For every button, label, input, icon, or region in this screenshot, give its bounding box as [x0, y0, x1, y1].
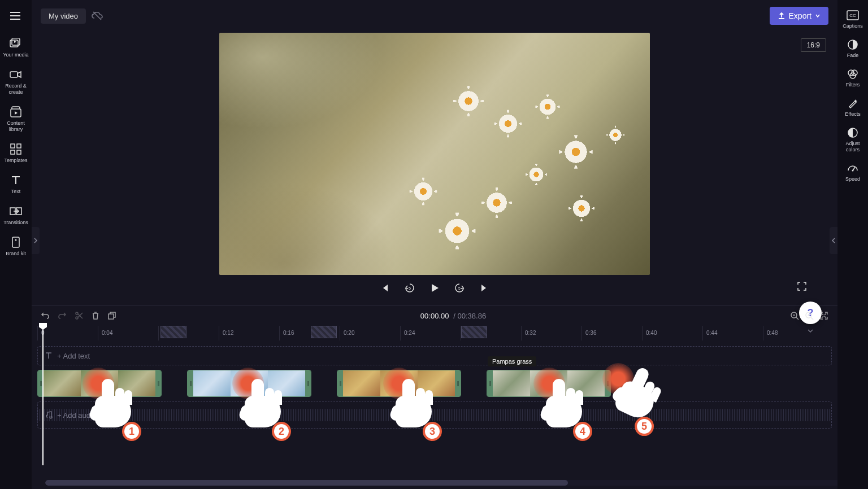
sidebar-item-label: Content library [2, 120, 30, 133]
ruler-tick: 0:20 [340, 326, 354, 340]
add-text-placeholder[interactable]: + Add text [37, 346, 832, 365]
sidebar-item-effects[interactable]: Effects [839, 94, 867, 121]
timeline-timecode: 00:00.00 / 00:38.86 [124, 312, 782, 320]
timeline-toolbar: 00:00.00 / 00:38.86 [32, 305, 837, 326]
sidebar-item-brand-kit[interactable]: Brand kit [2, 233, 30, 260]
transitions-icon [10, 205, 22, 217]
sidebar-item-your-media[interactable]: Your media [2, 34, 30, 62]
right-sidebar: CC Captions Fade Filters Effects Adjust … [837, 0, 868, 489]
gap-marker [311, 326, 337, 338]
svg-rect-12 [12, 237, 19, 247]
clip-tooltip: Pampas grass [488, 356, 536, 366]
menu-button[interactable] [8, 8, 24, 24]
video-preview[interactable] [219, 33, 650, 275]
total-duration: 00:38.86 [458, 312, 487, 320]
ruler-tick: 0:16 [279, 326, 294, 340]
gap-marker [461, 326, 487, 338]
zoom-out-button[interactable] [790, 311, 799, 320]
timeline-panel: 00:00.00 / 00:38.86 0 0:04 0:08 0:12 0:1… [32, 305, 837, 489]
export-label: Export [789, 11, 811, 20]
sidebar-item-content-library[interactable]: Content library [2, 102, 30, 136]
ruler-tick: 0:48 [763, 326, 778, 340]
export-button[interactable]: Export [770, 7, 828, 25]
text-icon [10, 174, 22, 186]
svg-point-36 [852, 170, 854, 172]
sidebar-item-filters[interactable]: Filters [839, 64, 867, 91]
delete-button[interactable] [92, 311, 99, 320]
split-button[interactable] [75, 311, 84, 320]
ruler-tick: 0:44 [702, 326, 717, 340]
svg-marker-16 [432, 284, 439, 292]
svg-point-18 [76, 317, 78, 319]
redo-button[interactable] [58, 311, 67, 320]
forward-5-button[interactable]: 5 [453, 282, 466, 294]
timeline-ruler[interactable]: 0 0:04 0:08 0:12 0:16 0:20 0:24 0:28 0:3… [37, 326, 832, 340]
sidebar-item-label: Your media [3, 52, 28, 58]
zoom-in-button[interactable] [805, 311, 814, 320]
fit-timeline-button[interactable] [819, 311, 828, 320]
right-panel-expand[interactable] [830, 227, 837, 254]
sidebar-item-text[interactable]: Text [2, 171, 30, 198]
sidebar-item-label: Text [11, 189, 21, 195]
video-track[interactable]: Pampas grass [37, 370, 832, 397]
ruler-tick: 0:04 [98, 326, 112, 340]
left-sidebar: Your media Record & create Content libra… [0, 0, 32, 489]
svg-point-13 [15, 239, 17, 241]
audio-track[interactable]: + Add audio [37, 401, 832, 429]
sidebar-item-label: Adjust colors [839, 141, 867, 153]
svg-rect-3 [10, 72, 18, 77]
sidebar-item-fade[interactable]: Fade [839, 35, 867, 62]
svg-line-27 [811, 317, 813, 320]
aspect-ratio-button[interactable]: 16:9 [801, 38, 826, 52]
sidebar-item-captions[interactable]: CC Captions [839, 6, 867, 33]
playhead[interactable] [42, 323, 44, 465]
clip-3[interactable] [337, 370, 461, 397]
upload-icon [778, 12, 785, 20]
ruler-tick: 0:36 [581, 326, 596, 340]
undo-button[interactable] [41, 311, 50, 320]
audio-waveform [37, 409, 832, 421]
sidebar-item-label: Record & create [2, 83, 30, 95]
camcorder-icon [10, 68, 22, 81]
transport-controls: 5 5 [379, 282, 491, 294]
timeline-zoom-controls [790, 311, 828, 320]
duplicate-button[interactable] [107, 311, 116, 320]
svg-text:CC: CC [849, 13, 856, 18]
ruler-tick: 0:32 [521, 326, 536, 340]
play-button[interactable] [428, 282, 441, 294]
sidebar-item-templates[interactable]: Templates [2, 139, 30, 167]
svg-point-19 [76, 312, 78, 315]
cloud-sync-off-icon[interactable] [92, 11, 103, 20]
adjust-colors-icon [847, 126, 859, 139]
fullscreen-button[interactable] [796, 280, 808, 292]
clip-2[interactable] [187, 370, 311, 397]
sidebar-item-transitions[interactable]: Transitions [2, 202, 30, 229]
templates-icon [10, 143, 22, 155]
current-time: 00:00.00 [420, 312, 449, 320]
speed-icon [847, 162, 859, 174]
text-track[interactable]: + Add text [37, 346, 832, 365]
svg-rect-7 [17, 144, 21, 148]
main-area: My video Export 16:9 5 5 [32, 0, 837, 489]
text-icon [45, 352, 53, 360]
skip-end-button[interactable] [478, 282, 491, 294]
svg-rect-6 [11, 144, 15, 148]
add-text-label: + Add text [57, 352, 90, 360]
sidebar-item-record-create[interactable]: Record & create [2, 65, 30, 99]
timeline-scrollbar[interactable] [45, 480, 862, 486]
sidebar-item-speed[interactable]: Speed [839, 159, 867, 186]
clip-4[interactable] [487, 370, 611, 397]
svg-rect-9 [17, 150, 21, 154]
chevron-down-icon [815, 13, 821, 19]
skip-start-button[interactable] [379, 282, 391, 294]
project-title[interactable]: My video [41, 8, 86, 24]
sidebar-item-adjust-colors[interactable]: Adjust colors [839, 123, 867, 156]
sidebar-item-label: Fade [847, 53, 859, 59]
preview-area: 16:9 5 5 ? [32, 32, 837, 305]
clip-1[interactable] [37, 370, 162, 397]
brandkit-icon [10, 236, 22, 248]
sidebar-item-label: Effects [845, 111, 860, 117]
svg-text:5: 5 [458, 286, 461, 290]
captions-icon: CC [847, 9, 859, 21]
rewind-5-button[interactable]: 5 [403, 282, 416, 294]
